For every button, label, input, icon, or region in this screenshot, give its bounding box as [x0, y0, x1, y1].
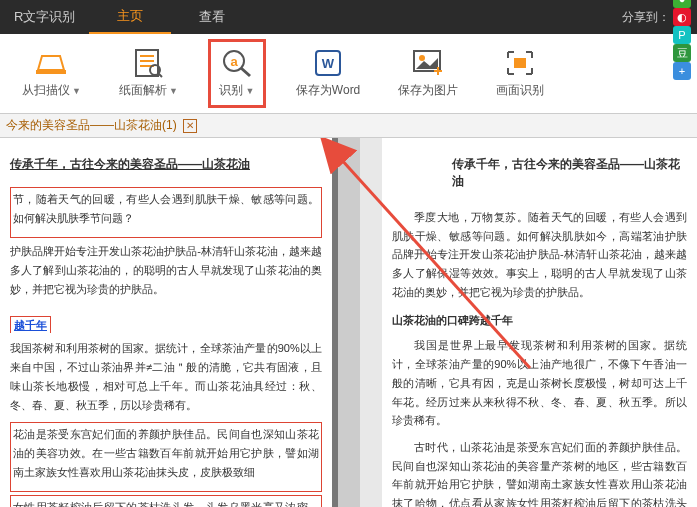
left-subheading: 越千年	[10, 316, 51, 333]
share-bar: 分享到： 🐧✱●◐P豆+	[622, 0, 697, 34]
layout-button[interactable]: 纸面解析▼	[111, 42, 186, 105]
share-douban-icon[interactable]: 豆	[673, 44, 691, 62]
recognize-label: 识别	[219, 83, 243, 97]
svg-rect-1	[136, 50, 158, 76]
save-word-label: 保存为Word	[296, 82, 360, 99]
chevron-down-icon: ▼	[169, 86, 178, 96]
red-box-3: 女性用茶籽榨油后留下的茶枯洗头发。头发乌黑光亮又浓密，如今无论中外，从名牌到明星…	[10, 495, 322, 507]
left-box2: 女性用茶籽榨油后留下的茶枯洗头发。头发乌黑光亮又浓密，如今无论中外，从名牌到明星…	[13, 498, 319, 507]
share-more-icon[interactable]: +	[673, 62, 691, 80]
layout-label: 纸面解析	[119, 83, 167, 97]
left-box1: 花油是茶受东宫妃们面的养颜护肤佳品。民间自也深知山茶花油的美容功效。在一些古籍数…	[13, 425, 319, 481]
share-weibo-icon[interactable]: ◐	[673, 8, 691, 26]
scanner-button[interactable]: 从扫描仪▼	[14, 42, 89, 105]
recognize-button[interactable]: a 识别▼	[208, 39, 266, 108]
red-box-1: 节，随着天气的回暖，有些人会遇到肌肤干燥、敏感等问题。如何解决肌肤季节问题？	[10, 187, 322, 238]
layout-icon	[130, 48, 166, 78]
left-p2: 护肤品牌开始专注开发山茶花油护肤品-林清轩山茶花油，越来越多人了解到山茶花油的，…	[10, 242, 322, 298]
right-p3: 古时代，山茶花油是茶受东宫妃们面的养颜护肤佳品。民间自也深知山茶花油的美容量产茶…	[392, 438, 687, 507]
document-tab-title[interactable]: 今来的美容圣品——山茶花油(1)	[6, 117, 177, 134]
save-image-label: 保存为图片	[398, 82, 458, 99]
app-title: R文字识别	[0, 0, 89, 34]
svg-point-13	[419, 55, 425, 61]
recognize-icon: a	[219, 48, 255, 78]
tab-home[interactable]: 主页	[89, 0, 171, 34]
word-icon: W	[310, 48, 346, 78]
scanner-icon	[33, 48, 69, 78]
source-pane[interactable]: 传承千年，古往今来的美容圣品——山茶花油 节，随着天气的回暖，有些人会遇到肌肤干…	[0, 138, 338, 507]
tab-view[interactable]: 查看	[171, 0, 253, 34]
svg-text:a: a	[230, 54, 238, 69]
chevron-down-icon: ▼	[245, 86, 254, 96]
document-tab-bar: 今来的美容圣品——山茶花油(1) ✕	[0, 114, 697, 138]
svg-line-9	[241, 68, 250, 76]
red-box-2: 花油是茶受东宫妃们面的养颜护肤佳品。民间自也深知山茶花油的美容功效。在一些古籍数…	[10, 422, 322, 492]
toolbar: 从扫描仪▼ 纸面解析▼ a 识别▼ W 保存为Word 保存为图片 画面识别	[0, 34, 697, 114]
svg-rect-0	[36, 70, 66, 74]
pane-gutter	[338, 138, 360, 507]
chevron-down-icon: ▼	[72, 86, 81, 96]
left-p1: 节，随着天气的回暖，有些人会遇到肌肤干燥、敏感等问题。如何解决肌肤季节问题？	[13, 190, 319, 227]
image-icon	[410, 48, 446, 78]
share-label: 分享到：	[622, 9, 670, 26]
right-subheading: 山茶花油的口碑跨越千年	[392, 313, 687, 328]
right-p2: 我国是世界上最早发现茶树和利用茶树的国家。据统计，全球茶油产量的90%以上油产地…	[392, 336, 687, 429]
menubar: R文字识别 主页 查看 分享到： 🐧✱●◐P豆+	[0, 0, 697, 34]
screen-label: 画面识别	[496, 82, 544, 99]
svg-rect-14	[514, 58, 526, 68]
right-p1: 季度大地，万物复苏。随着天气的回暖，有些人会遇到肌肤干燥、敏感等问题。如何解决肌…	[392, 208, 687, 301]
right-heading: 传承千年，古往今来的美容圣品——山茶花油	[392, 156, 687, 190]
share-p-icon[interactable]: P	[673, 26, 691, 44]
screen-recognize-button[interactable]: 画面识别	[488, 42, 552, 105]
close-tab-icon[interactable]: ✕	[183, 119, 197, 133]
workspace: 传承千年，古往今来的美容圣品——山茶花油 节，随着天气的回暖，有些人会遇到肌肤干…	[0, 138, 697, 507]
left-heading: 传承千年，古往今来的美容圣品——山茶花油	[10, 156, 322, 173]
save-word-button[interactable]: W 保存为Word	[288, 42, 368, 105]
screen-icon	[502, 48, 538, 78]
share-wechat2-icon[interactable]: ●	[673, 0, 691, 8]
left-p3: 我国茶树和利用茶树的国家。据统计，全球茶油产量的90%以上来自中国，不过山茶油界…	[10, 339, 322, 414]
save-image-button[interactable]: 保存为图片	[390, 42, 466, 105]
result-pane[interactable]: 传承千年，古往今来的美容圣品——山茶花油 季度大地，万物复苏。随着天气的回暖，有…	[382, 138, 697, 507]
svg-text:W: W	[322, 56, 335, 71]
scanner-label: 从扫描仪	[22, 83, 70, 97]
